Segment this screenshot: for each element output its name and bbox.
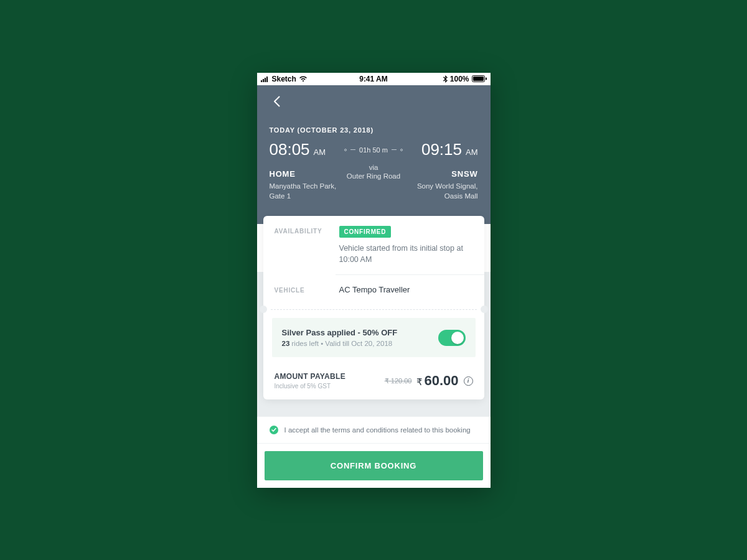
route-line-icon [392, 149, 397, 150]
availability-status-badge: CONFIRMED [339, 226, 392, 238]
chevron-left-icon [273, 96, 280, 107]
pass-rides-suffix: rides left • Valid till Oct 20, 2018 [289, 340, 392, 347]
checkmark-circle-icon [270, 426, 278, 434]
depart-time: 08:05 AM [270, 140, 326, 159]
pass-title: Silver Pass applied - 50% OFF [282, 328, 398, 337]
arrive-time-value: 09:15 [421, 140, 462, 159]
terms-row[interactable]: I accept all the terms and conditions re… [257, 416, 491, 444]
arrive-location-name: SNSW [451, 169, 477, 179]
depart-time-value: 08:05 [270, 140, 310, 159]
bottom-section: I accept all the terms and conditions re… [257, 416, 491, 488]
trip-date-label: TODAY (OCTOBER 23, 2018) [270, 126, 478, 134]
amount-label: AMOUNT PAYABLE [275, 372, 345, 381]
status-bar: Sketch 9:41 AM 100% [257, 73, 491, 85]
booking-card: AVAILABILITY CONFIRMED Vehicle started f… [263, 216, 484, 400]
vehicle-value: AC Tempo Traveller [339, 285, 473, 294]
pass-subtitle: 23 rides left • Valid till Oct 20, 2018 [282, 340, 398, 347]
pass-rides-count: 23 [282, 340, 290, 347]
statusbar-time: 9:41 AM [257, 75, 491, 83]
pass-toggle[interactable] [438, 330, 466, 346]
back-button[interactable] [270, 94, 284, 109]
route-dot-icon [400, 149, 403, 151]
duration-text: 01h 50 m [359, 146, 388, 154]
price-final-value: 60.00 [424, 373, 458, 388]
route-dot-icon [344, 149, 347, 151]
via-label: via [369, 164, 378, 171]
info-icon[interactable]: i [464, 376, 473, 386]
vehicle-label: VEHICLE [275, 285, 328, 294]
depart-ampm: AM [314, 147, 326, 157]
arrive-ampm: AM [466, 147, 478, 157]
route-line-icon [350, 149, 355, 150]
terms-text: I accept all the terms and conditions re… [284, 426, 471, 434]
ticket-perforation [263, 307, 484, 312]
arrive-time: 09:15 AM [421, 140, 478, 159]
price-original: ₹ 120.00 [385, 377, 412, 385]
trip-header: TODAY (OCTOBER 23, 2018) 08:05 AM HOME M… [257, 85, 491, 224]
arrive-location-sub: Sony World Signal, Oasis Mall [410, 181, 478, 202]
amount-sublabel: Inclusive of 5% GST [275, 383, 345, 390]
amount-row: AMOUNT PAYABLE Inclusive of 5% GST ₹ 120… [263, 366, 484, 399]
dashed-line-icon [271, 309, 477, 310]
depart-location-name: HOME [270, 169, 296, 179]
availability-note: Vehicle started from its initial stop at… [339, 243, 473, 266]
phone-frame: Sketch 9:41 AM 100% TODAY (OCTOBER 23, 2… [257, 73, 491, 488]
toggle-knob-icon [451, 332, 464, 344]
price-final: ₹60.00 [416, 373, 458, 389]
depart-location-sub: Manyatha Tech Park, Gate 1 [270, 181, 338, 202]
availability-label: AVAILABILITY [275, 226, 328, 266]
trip-duration: 01h 50 m [344, 146, 403, 154]
rupee-icon: ₹ [416, 376, 423, 387]
via-value: Outer Ring Road [347, 172, 400, 180]
confirm-booking-button[interactable]: CONFIRM BOOKING [265, 451, 483, 480]
pass-applied-box: Silver Pass applied - 50% OFF 23 rides l… [272, 318, 476, 357]
